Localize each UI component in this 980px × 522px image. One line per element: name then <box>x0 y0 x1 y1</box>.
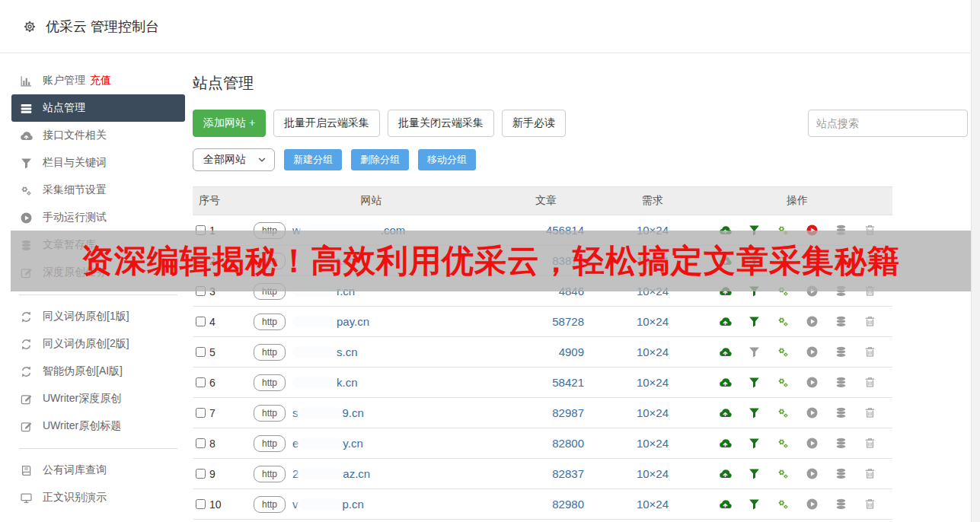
run-action-icon[interactable] <box>806 345 819 358</box>
server-icon <box>20 102 33 115</box>
sidebar-item-uwriter-title[interactable]: UWriter原创标题 <box>11 412 185 440</box>
recharge-link[interactable]: 充值 <box>90 74 111 88</box>
run-action-icon[interactable] <box>806 498 819 511</box>
add-site-button[interactable]: 添加网站 + <box>193 110 266 137</box>
settings-action-icon[interactable] <box>777 345 790 358</box>
article-count: 82980 <box>489 498 603 511</box>
row-checkbox[interactable] <box>196 347 206 357</box>
sidebar-item-synonym-rewrite-1[interactable]: 同义词伪原创[1版] <box>11 303 185 330</box>
run-action-icon[interactable] <box>806 467 819 480</box>
http-badge[interactable]: http <box>254 496 286 513</box>
database-action-icon[interactable] <box>835 437 848 450</box>
delete-action-icon[interactable] <box>863 498 876 511</box>
delete-group-button[interactable]: 删除分组 <box>351 149 409 170</box>
delete-action-icon[interactable] <box>863 437 876 450</box>
http-badge[interactable]: http <box>254 374 286 391</box>
group-filter-select[interactable]: 全部网站 <box>193 148 275 171</box>
site-domain-link[interactable]: 2az.cn <box>292 467 370 480</box>
cloud-upload-action-icon[interactable] <box>719 406 732 419</box>
demand-value: 10×24 <box>603 345 702 358</box>
delete-action-icon[interactable] <box>863 376 876 389</box>
page-scroll-gutter[interactable] <box>971 0 980 522</box>
site-domain-link[interactable]: k.cn <box>292 376 358 389</box>
sidebar-item-label: UWriter深度原创 <box>43 392 121 406</box>
http-badge[interactable]: http <box>254 435 286 452</box>
settings-action-icon[interactable] <box>777 437 790 450</box>
filter-action-icon[interactable] <box>748 315 761 328</box>
database-action-icon[interactable] <box>835 376 848 389</box>
database-action-icon[interactable] <box>835 406 848 419</box>
move-group-button[interactable]: 移动分组 <box>418 149 476 170</box>
sidebar-item-site-management[interactable]: 站点管理 <box>11 94 185 122</box>
sidebar-item-public-lexicon[interactable]: 公有词库查询 <box>11 457 185 484</box>
sidebar-item-label: 接口文件相关 <box>43 129 107 142</box>
database-action-icon[interactable] <box>835 467 848 480</box>
cloud-upload-action-icon[interactable] <box>719 315 732 328</box>
censored-blur <box>298 468 343 479</box>
row-checkbox[interactable] <box>196 469 206 479</box>
site-domain-link[interactable]: ey.cn <box>292 437 363 450</box>
database-action-icon[interactable] <box>835 498 848 511</box>
row-index: 5 <box>209 346 215 358</box>
article-count: 58728 <box>489 315 603 328</box>
new-group-button[interactable]: 新建分组 <box>284 149 342 170</box>
site-domain-link[interactable]: s.cn <box>292 345 358 358</box>
settings-action-icon[interactable] <box>777 406 790 419</box>
filter-action-icon[interactable] <box>748 345 761 358</box>
sidebar-item-manual-run-test[interactable]: 手动运行测试 <box>11 204 185 231</box>
delete-action-icon[interactable] <box>863 345 876 358</box>
col-header-site: 网站 <box>254 194 489 208</box>
sidebar-item-account[interactable]: 账户管理 充值 <box>11 67 185 94</box>
delete-action-icon[interactable] <box>863 467 876 480</box>
run-action-icon[interactable] <box>806 376 819 389</box>
filter-action-icon[interactable] <box>748 406 761 419</box>
filter-action-icon[interactable] <box>748 498 761 511</box>
site-domain-link[interactable]: vp.cn <box>292 498 364 511</box>
http-badge[interactable]: http <box>254 405 286 422</box>
row-checkbox[interactable] <box>196 438 206 448</box>
sidebar-item-synonym-rewrite-2[interactable]: 同义词伪原创[2版] <box>11 330 185 358</box>
row-checkbox[interactable] <box>196 377 206 387</box>
run-action-icon[interactable] <box>806 406 819 419</box>
batch-open-cloud-collect-button[interactable]: 批量开启云端采集 <box>273 110 380 137</box>
sidebar-item-interface-files[interactable]: 接口文件相关 <box>11 122 185 149</box>
site-domain-link[interactable]: s9.cn <box>292 406 364 419</box>
run-action-icon[interactable] <box>806 437 819 450</box>
sidebar-item-collection-settings[interactable]: 采集细节设置 <box>11 177 185 204</box>
delete-action-icon[interactable] <box>863 315 876 328</box>
filter-action-icon[interactable] <box>748 376 761 389</box>
database-action-icon[interactable] <box>835 315 848 328</box>
censored-blur <box>292 316 337 327</box>
filter-action-icon[interactable] <box>748 437 761 450</box>
settings-action-icon[interactable] <box>777 315 790 328</box>
settings-action-icon[interactable] <box>777 467 790 480</box>
http-badge[interactable]: http <box>254 466 286 482</box>
batch-close-cloud-collect-button[interactable]: 批量关闭云端采集 <box>388 110 494 137</box>
sidebar-item-content-recognition-demo[interactable]: 正文识别演示 <box>11 484 185 511</box>
cloud-upload-action-icon[interactable] <box>719 376 732 389</box>
row-checkbox[interactable] <box>196 499 206 509</box>
settings-action-icon[interactable] <box>777 376 790 389</box>
site-search-input[interactable] <box>808 110 968 137</box>
delete-action-icon[interactable] <box>863 406 876 419</box>
filter-action-icon[interactable] <box>748 467 761 480</box>
sidebar-item-columns-keywords[interactable]: 栏目与关键词 <box>11 149 185 177</box>
sidebar-item-uwriter-deep[interactable]: UWriter深度原创 <box>11 385 185 412</box>
beginner-guide-button[interactable]: 新手必读 <box>502 110 566 137</box>
site-domain-link[interactable]: pay.cn <box>292 315 369 328</box>
sidebar-item-ai-rewrite[interactable]: 智能伪原创[AI版] <box>11 358 185 385</box>
cloud-upload-action-icon[interactable] <box>719 345 732 358</box>
sidebar-item-label: 栏目与关键词 <box>43 156 107 170</box>
database-action-icon[interactable] <box>835 345 848 358</box>
demand-value: 10×24 <box>603 467 702 480</box>
run-action-icon[interactable] <box>806 315 819 328</box>
http-badge[interactable]: http <box>254 314 286 330</box>
cloud-upload-action-icon[interactable] <box>719 437 732 450</box>
domain-suffix: k.cn <box>337 376 358 389</box>
cloud-upload-action-icon[interactable] <box>719 498 732 511</box>
settings-action-icon[interactable] <box>777 498 790 511</box>
row-checkbox[interactable] <box>196 408 206 418</box>
row-checkbox[interactable] <box>196 317 206 326</box>
cloud-upload-action-icon[interactable] <box>719 467 732 480</box>
http-badge[interactable]: http <box>254 344 286 361</box>
